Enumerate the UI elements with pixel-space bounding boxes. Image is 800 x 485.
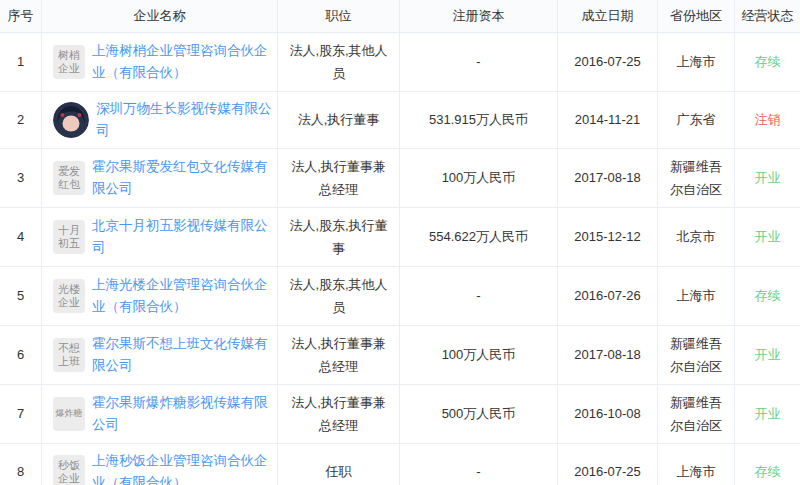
company-name-link[interactable]: 上海秒饭企业管理咨询合伙企业（有限合伙） [92, 450, 273, 485]
capital-cell: - [400, 33, 558, 91]
region-cell: 新疆维吾尔自治区 [658, 326, 735, 384]
status-badge: 开业 [755, 166, 781, 189]
company-affiliations-table: 序号 企业名称 职位 注册资本 成立日期 省份地区 经营状态 1 树梢企业 上海… [0, 0, 800, 485]
date-cell: 2014-11-21 [558, 92, 658, 148]
column-header-name: 企业名称 [42, 0, 278, 32]
column-header-status: 经营状态 [735, 0, 800, 32]
column-header-capital: 注册资本 [400, 0, 558, 32]
status-cell: 存续 [735, 267, 800, 325]
position-cell: 法人,股东,其他人员 [278, 33, 400, 91]
region-cell: 广东省 [658, 92, 735, 148]
position-cell: 法人,执行董事兼总经理 [278, 326, 400, 384]
company-name-link[interactable]: 深圳万物生长影视传媒有限公司 [96, 98, 273, 142]
column-header-date: 成立日期 [558, 0, 658, 32]
company-name-link[interactable]: 上海光楼企业管理咨询合伙企业（有限合伙） [92, 274, 273, 318]
company-name-link[interactable]: 北京十月初五影视传媒有限公司 [92, 215, 273, 259]
position-cell: 法人,执行董事 [278, 92, 400, 148]
capital-cell: 531.915万人民币 [400, 92, 558, 148]
company-name-link[interactable]: 霍尔果斯不想上班文化传媒有限公司 [92, 333, 273, 377]
column-header-position: 职位 [278, 0, 400, 32]
status-badge: 存续 [755, 50, 781, 73]
status-badge: 开业 [755, 343, 781, 366]
company-logo[interactable]: 光楼企业 [53, 279, 85, 313]
table-row: 1 树梢企业 上海树梢企业管理咨询合伙企业（有限合伙） 法人,股东,其他人员 -… [0, 33, 800, 92]
company-name-cell: 爆炸糖 霍尔果斯爆炸糖影视传媒有限公司 [42, 385, 278, 443]
region-cell: 上海市 [658, 33, 735, 91]
region-cell: 上海市 [658, 444, 735, 485]
date-cell: 2016-07-25 [558, 444, 658, 485]
status-badge: 存续 [755, 284, 781, 307]
company-name-cell: 秒饭企业 上海秒饭企业管理咨询合伙企业（有限合伙） [42, 444, 278, 485]
position-cell: 法人,执行董事兼总经理 [278, 149, 400, 207]
company-logo[interactable]: 爆炸糖 [53, 397, 85, 431]
avatar-illustration [53, 102, 89, 138]
company-name-link[interactable]: 霍尔果斯爱发红包文化传媒有限公司 [92, 156, 273, 200]
capital-cell: 100万人民币 [400, 326, 558, 384]
date-cell: 2017-08-18 [558, 149, 658, 207]
table-body: 1 树梢企业 上海树梢企业管理咨询合伙企业（有限合伙） 法人,股东,其他人员 -… [0, 33, 800, 485]
date-cell: 2016-07-25 [558, 33, 658, 91]
company-name-cell: 树梢企业 上海树梢企业管理咨询合伙企业（有限合伙） [42, 33, 278, 91]
capital-cell: 100万人民币 [400, 149, 558, 207]
position-cell: 法人,执行董事兼总经理 [278, 385, 400, 443]
company-logo-image[interactable] [53, 102, 89, 138]
column-header-index: 序号 [0, 0, 42, 32]
company-name-cell: 不想上班 霍尔果斯不想上班文化传媒有限公司 [42, 326, 278, 384]
row-index: 8 [0, 444, 42, 485]
status-cell: 存续 [735, 33, 800, 91]
status-cell: 开业 [735, 208, 800, 266]
company-logo[interactable]: 树梢企业 [53, 45, 85, 79]
capital-cell: 500万人民币 [400, 385, 558, 443]
table-header-row: 序号 企业名称 职位 注册资本 成立日期 省份地区 经营状态 [0, 0, 800, 33]
row-index: 7 [0, 385, 42, 443]
company-name-link[interactable]: 霍尔果斯爆炸糖影视传媒有限公司 [92, 392, 273, 436]
region-cell: 上海市 [658, 267, 735, 325]
date-cell: 2016-07-26 [558, 267, 658, 325]
table-row: 2 深圳万物生长影视传媒有限公司 法人,执行董事 531.915万人民币 201… [0, 92, 800, 149]
region-cell: 新疆维吾尔自治区 [658, 149, 735, 207]
company-name-cell: 深圳万物生长影视传媒有限公司 [42, 92, 278, 148]
company-logo[interactable]: 秒饭企业 [53, 455, 85, 485]
company-name-link[interactable]: 上海树梢企业管理咨询合伙企业（有限合伙） [92, 40, 273, 84]
date-cell: 2015-12-12 [558, 208, 658, 266]
status-cell: 注销 [735, 92, 800, 148]
capital-cell: - [400, 267, 558, 325]
row-index: 6 [0, 326, 42, 384]
table-row: 5 光楼企业 上海光楼企业管理咨询合伙企业（有限合伙） 法人,股东,其他人员 -… [0, 267, 800, 326]
position-cell: 任职 [278, 444, 400, 485]
position-cell: 法人,股东,执行董事 [278, 208, 400, 266]
status-badge: 存续 [755, 460, 781, 483]
table-row: 8 秒饭企业 上海秒饭企业管理咨询合伙企业（有限合伙） 任职 - 2016-07… [0, 444, 800, 485]
status-badge: 开业 [755, 225, 781, 248]
region-cell: 新疆维吾尔自治区 [658, 385, 735, 443]
status-cell: 存续 [735, 444, 800, 485]
status-cell: 开业 [735, 385, 800, 443]
date-cell: 2016-10-08 [558, 385, 658, 443]
status-cell: 开业 [735, 149, 800, 207]
table-row: 7 爆炸糖 霍尔果斯爆炸糖影视传媒有限公司 法人,执行董事兼总经理 500万人民… [0, 385, 800, 444]
status-badge: 注销 [755, 108, 781, 131]
table-row: 4 十月初五 北京十月初五影视传媒有限公司 法人,股东,执行董事 554.622… [0, 208, 800, 267]
company-name-cell: 爱发红包 霍尔果斯爱发红包文化传媒有限公司 [42, 149, 278, 207]
row-index: 3 [0, 149, 42, 207]
company-name-cell: 光楼企业 上海光楼企业管理咨询合伙企业（有限合伙） [42, 267, 278, 325]
company-logo[interactable]: 爱发红包 [53, 161, 85, 195]
row-index: 2 [0, 92, 42, 148]
row-index: 5 [0, 267, 42, 325]
status-badge: 开业 [755, 402, 781, 425]
company-logo[interactable]: 不想上班 [53, 338, 85, 372]
position-cell: 法人,股东,其他人员 [278, 267, 400, 325]
company-logo[interactable]: 十月初五 [53, 220, 85, 254]
date-cell: 2017-08-18 [558, 326, 658, 384]
capital-cell: - [400, 444, 558, 485]
status-cell: 开业 [735, 326, 800, 384]
company-name-cell: 十月初五 北京十月初五影视传媒有限公司 [42, 208, 278, 266]
row-index: 4 [0, 208, 42, 266]
capital-cell: 554.622万人民币 [400, 208, 558, 266]
row-index: 1 [0, 33, 42, 91]
region-cell: 北京市 [658, 208, 735, 266]
column-header-region: 省份地区 [658, 0, 735, 32]
table-row: 6 不想上班 霍尔果斯不想上班文化传媒有限公司 法人,执行董事兼总经理 100万… [0, 326, 800, 385]
table-row: 3 爱发红包 霍尔果斯爱发红包文化传媒有限公司 法人,执行董事兼总经理 100万… [0, 149, 800, 208]
